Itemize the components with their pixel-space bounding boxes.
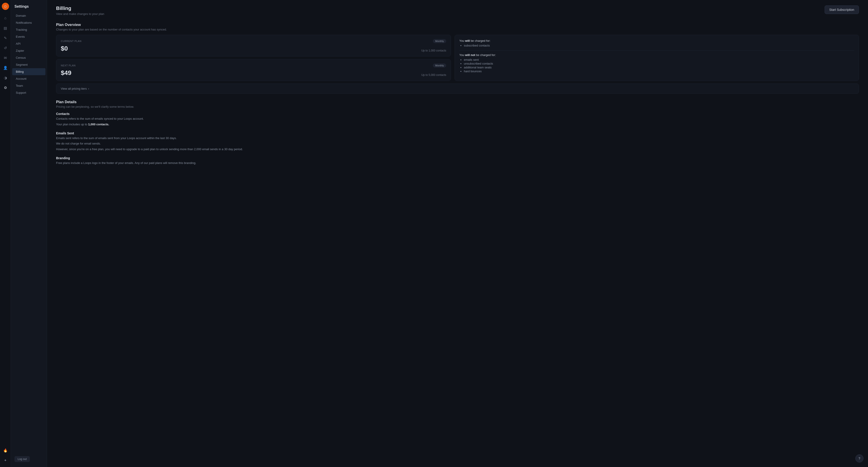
sync-icon[interactable]: ↺ <box>1 44 9 52</box>
pricing-tiers-label: View all pricing tiers <box>61 87 87 90</box>
emails-sent-desc-2: We do not charge for email sends. <box>56 141 859 146</box>
next-plan-price: $49 <box>61 69 71 76</box>
contacts-desc-2: Your plan includes up to 1,000 contacts. <box>56 122 859 127</box>
sidebar-item-tracking[interactable]: Tracking <box>12 26 45 33</box>
plan-overview-section: Plan Overview Changes to your plan are b… <box>56 23 859 94</box>
will-charged-item-subscribed: subscribed contacts <box>464 44 854 47</box>
will-be-charged-section: You will be charged for: subscribed cont… <box>459 39 854 47</box>
plan-details-title: Plan Details <box>56 100 859 104</box>
page-subtitle: View and make changes to your plan <box>56 12 104 15</box>
will-not-charged-hard-bounces: hard bounces <box>464 70 854 73</box>
will-not-charged-list: emails sent unsubscribed contacts additi… <box>459 58 854 73</box>
current-plan-badge: Monthly <box>433 39 446 43</box>
charged-info-card: You will be charged for: subscribed cont… <box>455 35 859 81</box>
next-plan-label: NEXT PLAN <box>61 64 75 67</box>
sidebar-item-team[interactable]: Team <box>12 82 45 89</box>
emails-sent-block-title: Emails Sent <box>56 131 859 135</box>
edit-icon[interactable]: ✎ <box>1 34 9 42</box>
sidebar-item-api[interactable]: API <box>12 40 45 47</box>
branding-block-title: Branding <box>56 156 859 160</box>
plan-details-subtitle: Pricing can be perplexing, so we'll clar… <box>56 105 859 108</box>
branding-detail-block: Branding Free plans include a Loops logo… <box>56 156 859 166</box>
logout-button[interactable]: Log out <box>14 456 30 462</box>
logo-symbol: ⊙ <box>4 4 7 8</box>
current-plan-footer: $0 Up to 1,000 contacts <box>61 45 446 52</box>
icon-sidebar: ⊙ ⌂ ▤ ✎ ↺ ✉ 👤 ◑ ⚙ 🔥 ✦ <box>0 0 11 467</box>
next-plan-card: NEXT PLAN Monthly $49 Up to 5,000 contac… <box>56 59 451 81</box>
next-plan-contacts: Up to 5,000 contacts <box>421 73 446 76</box>
segment-icon[interactable]: ◑ <box>1 74 9 82</box>
page-title: Billing <box>56 5 104 11</box>
current-plan-contacts: Up to 1,000 contacts <box>421 49 446 52</box>
start-subscription-button[interactable]: Start Subscription <box>825 5 859 14</box>
settings-title: Settings <box>11 4 47 12</box>
home-icon[interactable]: ⌂ <box>1 14 9 22</box>
plan-cards-row: CURRENT PLAN Monthly $0 Up to 1,000 cont… <box>56 35 859 81</box>
will-not-charged-unsubscribed: unsubscribed contacts <box>464 62 854 65</box>
sidebar-item-census[interactable]: Census <box>12 54 45 61</box>
will-not-charged-team-seats: additional team seats <box>464 66 854 69</box>
icon-sidebar-bottom: 🔥 ✦ <box>1 446 9 467</box>
will-not-charged-emails: emails sent <box>464 58 854 61</box>
sidebar-item-events[interactable]: Events <box>12 33 45 40</box>
current-plan-price: $0 <box>61 45 68 52</box>
contacts-block-title: Contacts <box>56 112 859 115</box>
sidebar-item-domain[interactable]: Domain <box>12 12 45 19</box>
current-plan-card: CURRENT PLAN Monthly $0 Up to 1,000 cont… <box>56 35 451 57</box>
next-plan-badge: Monthly <box>433 63 446 68</box>
emails-sent-desc-1: Emails sent refers to the sum of emails … <box>56 136 859 141</box>
next-plan-footer: $49 Up to 5,000 contacts <box>61 69 446 76</box>
sidebar-item-support[interactable]: Support <box>12 89 45 96</box>
will-be-charged-title: You will be charged for: <box>459 39 854 42</box>
pricing-tiers-box[interactable]: View all pricing tiers › <box>56 84 859 94</box>
inbox-icon[interactable]: ▤ <box>1 24 9 32</box>
contacts-desc-1: Contacts refers to the sum of emails syn… <box>56 116 859 121</box>
help-button[interactable]: ? <box>855 454 864 463</box>
plan-overview-title: Plan Overview <box>56 23 859 27</box>
emails-sent-desc-3: However, since you're on a free plan, yo… <box>56 147 859 152</box>
sidebar-item-notifications[interactable]: Notifications <box>12 19 45 26</box>
settings-icon[interactable]: ⚙ <box>1 84 9 92</box>
fire-icon[interactable]: 🔥 <box>1 446 9 454</box>
nav-sidebar: Settings Domain Notifications Tracking E… <box>11 0 47 467</box>
header-text: Billing View and make changes to your pl… <box>56 5 104 15</box>
page-header: Billing View and make changes to your pl… <box>56 5 859 15</box>
plan-details-section: Plan Details Pricing can be perplexing, … <box>56 100 859 166</box>
emails-sent-detail-block: Emails Sent Emails sent refers to the su… <box>56 131 859 152</box>
main-content: Billing View and make changes to your pl… <box>47 0 868 467</box>
will-not-be-charged-title: You will not be charged for: <box>459 53 854 57</box>
plan-cards-left: CURRENT PLAN Monthly $0 Up to 1,000 cont… <box>56 35 451 81</box>
will-not-be-charged-section: You will not be charged for: emails sent… <box>459 53 854 73</box>
logout-area: Log out <box>11 455 47 463</box>
app-logo[interactable]: ⊙ <box>2 3 9 10</box>
contacts-detail-block: Contacts Contacts refers to the sum of e… <box>56 112 859 127</box>
pricing-tiers-link[interactable]: View all pricing tiers › <box>61 87 89 90</box>
next-plan-header: NEXT PLAN Monthly <box>61 63 446 68</box>
sidebar-item-account[interactable]: Account <box>12 75 45 82</box>
sidebar-item-segment[interactable]: Segment <box>12 61 45 68</box>
chevron-right-icon: › <box>88 87 89 90</box>
current-plan-header: CURRENT PLAN Monthly <box>61 39 446 43</box>
sidebar-item-zapier[interactable]: Zapier <box>12 47 45 54</box>
sidebar-item-billing[interactable]: Billing <box>12 68 45 75</box>
users-icon[interactable]: 👤 <box>1 64 9 72</box>
mail-icon[interactable]: ✉ <box>1 54 9 62</box>
will-be-charged-list: subscribed contacts <box>459 44 854 47</box>
star-icon[interactable]: ✦ <box>1 456 9 464</box>
current-plan-label: CURRENT PLAN <box>61 40 81 42</box>
plan-overview-subtitle: Changes to your plan are based on the nu… <box>56 28 859 31</box>
branding-desc-1: Free plans include a Loops logo in the f… <box>56 161 859 166</box>
